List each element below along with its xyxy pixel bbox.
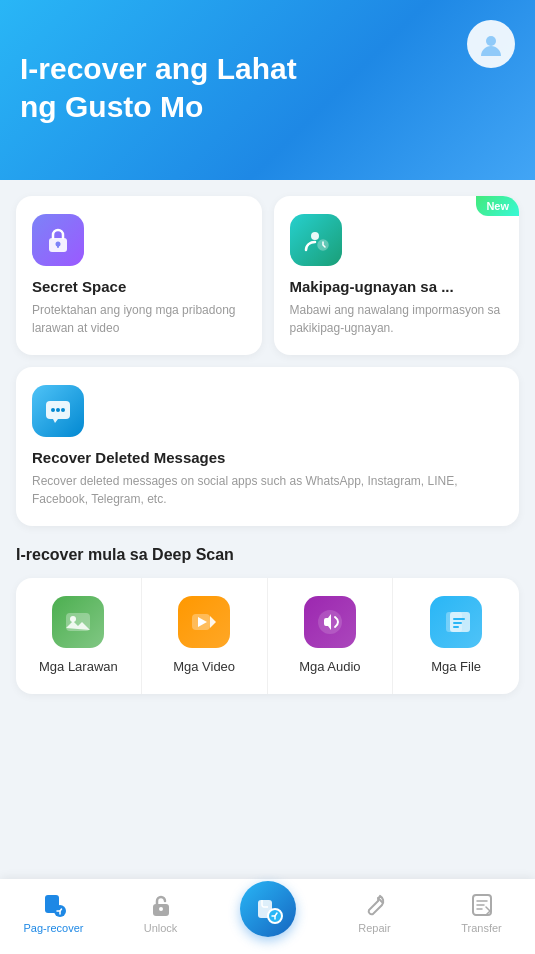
messages-card[interactable]: Recover Deleted Messages Recover deleted… (16, 367, 519, 526)
messages-icon (32, 385, 84, 437)
contacts-title: Makipag-ugnayan sa ... (290, 278, 504, 295)
recover-nav-label: Pag-recover (24, 922, 84, 934)
svg-point-9 (61, 408, 65, 412)
svg-point-7 (51, 408, 55, 412)
scan-item-photos[interactable]: Mga Larawan (16, 578, 142, 694)
secret-space-icon (32, 214, 84, 266)
contacts-card[interactable]: New Makipag-ugnayan sa ... Mabawi ang na… (274, 196, 520, 355)
videos-label: Mga Video (173, 658, 235, 676)
scan-item-videos[interactable]: Mga Video (142, 578, 268, 694)
svg-point-4 (311, 232, 319, 240)
messages-desc: Recover deleted messages on social apps … (32, 472, 503, 508)
svg-rect-18 (453, 618, 465, 620)
svg-rect-19 (453, 622, 462, 624)
svg-rect-20 (453, 626, 459, 628)
svg-rect-3 (57, 244, 59, 248)
header-title: I-recover ang Lahat ng Gusto Mo (20, 50, 340, 125)
svg-marker-13 (210, 616, 216, 628)
nav-item-repair[interactable]: Repair (321, 892, 428, 934)
messages-title: Recover Deleted Messages (32, 449, 503, 466)
deep-scan-title: I-recover mula sa Deep Scan (16, 546, 519, 564)
photos-icon (52, 596, 104, 648)
unlock-nav-icon (148, 892, 174, 918)
secret-space-desc: Protektahan ang iyong mga pribadong lara… (32, 301, 246, 337)
nav-item-center[interactable] (214, 881, 321, 945)
deep-scan-grid: Mga Larawan Mga Video Mga (16, 578, 519, 694)
avatar[interactable] (467, 20, 515, 68)
transfer-nav-label: Transfer (461, 922, 502, 934)
header: I-recover ang Lahat ng Gusto Mo (0, 0, 535, 180)
photos-label: Mga Larawan (39, 658, 118, 676)
repair-nav-icon (362, 892, 388, 918)
videos-icon (178, 596, 230, 648)
bottom-nav: Pag-recover Unlock (0, 879, 535, 954)
files-icon (430, 596, 482, 648)
scan-item-audio[interactable]: Mga Audio (268, 578, 394, 694)
nav-item-recover[interactable]: Pag-recover (0, 892, 107, 934)
nav-item-transfer[interactable]: Transfer (428, 892, 535, 934)
unlock-nav-label: Unlock (144, 922, 178, 934)
audio-icon (304, 596, 356, 648)
repair-nav-label: Repair (358, 922, 390, 934)
svg-point-8 (56, 408, 60, 412)
transfer-nav-icon (469, 892, 495, 918)
scan-item-files[interactable]: Mga File (393, 578, 519, 694)
secret-space-card[interactable]: Secret Space Protektahan ang iyong mga p… (16, 196, 262, 355)
files-label: Mga File (431, 658, 481, 676)
recover-nav-icon (41, 892, 67, 918)
audio-label: Mga Audio (299, 658, 360, 676)
new-badge: New (476, 196, 519, 216)
svg-point-24 (159, 907, 163, 911)
secret-space-title: Secret Space (32, 278, 246, 295)
main-content: Secret Space Protektahan ang iyong mga p… (0, 180, 535, 954)
contacts-desc: Mabawi ang nawalang impormasyon sa pakik… (290, 301, 504, 337)
center-nav-button[interactable] (240, 881, 296, 937)
nav-item-unlock[interactable]: Unlock (107, 892, 214, 934)
svg-point-0 (486, 36, 496, 46)
contacts-icon (290, 214, 342, 266)
top-cards-row: Secret Space Protektahan ang iyong mga p… (16, 196, 519, 355)
